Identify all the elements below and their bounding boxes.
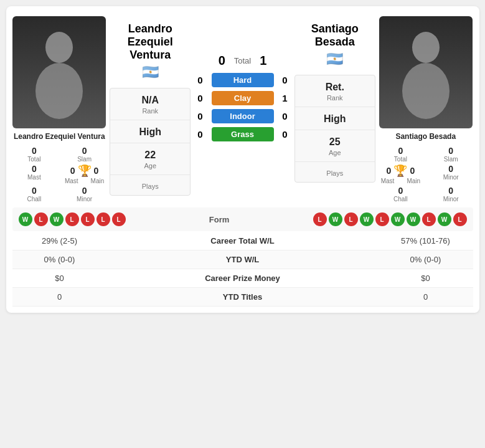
form-badge-w: W [391,212,405,226]
svg-point-0 [45,32,73,63]
left-mast-lbl2: Mast [65,178,78,184]
player-right-card: Santiago Besada 0 Total 0 Slam 0 🏆 0 [379,16,473,203]
right-minor-val2: 0 [448,186,453,196]
form-badge-l: L [453,212,467,226]
clay-score-row: 0 Clay 1 [194,91,291,105]
grass-score-row: 0 Grass 0 [194,127,291,141]
left-slam-lbl: Slam [77,156,92,163]
stat-right-val-2: $0 [388,274,463,283]
indoor-left: 0 [194,111,207,122]
left-mast-lbl: Mast [27,174,41,181]
right-total-val: 0 [398,146,403,156]
left-rank-row: N/A Rank [110,88,190,120]
player-right-name: Santiago Besada [395,132,456,141]
player-left-avatar [12,16,106,128]
right-minor-lbl: Minor [443,174,459,181]
right-chall-val: 0 [398,186,403,196]
left-slam-val: 0 [82,146,87,156]
form-badge-w: W [407,212,420,226]
total-score-row: 0 Total 1 [219,54,267,68]
left-age-lbl: Age [144,162,156,169]
right-plays-lbl: Plays [326,169,343,177]
left-player-header: Leandro Ezequiel Ventura [109,22,192,62]
right-mast-lbl: Mast [381,178,395,184]
hard-button[interactable]: Hard [212,73,274,87]
form-badge-w: W [360,212,374,226]
stat-right-val-3: 0 [388,292,463,302]
right-high-val: High [324,113,346,125]
indoor-button[interactable]: Indoor [212,109,274,123]
player-right-stats: 0 Total 0 Slam 0 🏆 0 Mast Main [379,146,473,203]
stat-right-val-1: 0% (0-0) [388,255,463,264]
indoor-right: 0 [279,111,291,122]
form-badge-l: L [112,212,126,226]
form-badge-l: L [65,212,79,226]
hard-score-row: 0 Hard 0 [194,73,291,87]
player-left-stats: 0 Total 0 Slam 0 Mast 0 🏆 0 [12,146,106,203]
form-badge-w: W [438,212,451,226]
total-label: Total [234,56,251,65]
left-chall-val: 0 [32,186,37,196]
clay-left: 0 [194,93,207,103]
right-age-row: 25 Age [295,130,375,162]
stat-row-2: $0Career Prize Money$0 [12,269,473,288]
stat-right-val-0: 57% (101-76) [388,236,463,245]
player-left-card: Leandro Ezequiel Ventura 0 Total 0 Slam … [12,16,106,203]
right-minor-val: 0 [448,164,453,174]
scores-center: 0 Total 1 0 Hard 0 0 Clay 1 0 Indoor 0 0 [194,54,291,141]
clay-right: 1 [279,93,291,103]
left-age-row: 22 Age [110,143,190,175]
left-rank-lbl: Rank [142,107,158,115]
form-badge-l: L [344,212,358,226]
right-main-lbl: Main [407,178,420,184]
indoor-score-row: 0 Indoor 0 [194,109,291,123]
left-plays-lbl: Plays [142,183,159,190]
stat-left-val-2: $0 [22,274,97,283]
right-flag: 🇦🇷 [326,51,343,67]
form-badge-l: L [34,212,48,226]
left-minor-val: 0 [82,186,87,196]
form-label: Form [209,215,230,224]
stat-left-val-3: 0 [22,292,97,302]
right-main-val: 0 [410,166,415,176]
clay-button[interactable]: Clay [212,91,274,105]
stat-row-1: 0% (0-0)YTD W/L0% (0-0) [12,250,473,269]
form-badge-l: L [375,212,389,226]
left-total-lbl: Total [27,156,40,163]
right-side-stats: Ret. Rank High 25 Age Plays [294,75,375,183]
stat-label-2: Career Prize Money [97,274,388,283]
form-badge-w: W [50,212,64,226]
left-age-val: 22 [144,150,156,161]
form-badge-l: L [97,212,110,226]
left-high-val: High [139,126,161,138]
form-badge-w: W [19,212,32,226]
stat-label-0: Career Total W/L [97,236,388,245]
left-high-row: High [110,120,190,143]
stats-rows: 29% (2-5)Career Total W/L57% (101-76)0% … [12,232,473,307]
stat-left-val-1: 0% (0-0) [22,255,97,264]
left-mast-val2: 0 [70,166,75,176]
right-age-val: 25 [329,136,341,148]
right-rank-row: Ret. Rank [295,75,375,107]
right-player-header: Santiago Besada [294,22,377,49]
left-mast-val: 0 [32,164,37,174]
right-total-lbl: Total [394,156,407,163]
right-form-badges: LWLWLWWLWL [313,212,467,226]
right-high-row: High [295,107,375,130]
left-main-lbl: Main [91,178,105,184]
left-flag: 🇦🇷 [142,64,159,80]
svg-point-3 [402,63,450,119]
form-badge-w: W [329,212,342,226]
right-slam-val: 0 [448,146,453,156]
right-trophy-icon: 🏆 [393,164,407,178]
total-left-score: 0 [219,54,225,68]
right-mast-val: 0 [387,166,392,176]
left-plays-row: Plays [110,175,190,195]
left-total-val: 0 [32,146,37,156]
grass-button[interactable]: Grass [212,127,274,141]
bottom-section: WLWLLLL Form LWLWLWWLWL 29% (2-5)Career … [12,207,473,307]
left-rank-val: N/A [141,95,159,106]
total-right-score: 1 [260,54,266,68]
stat-label-1: YTD W/L [97,255,388,264]
hard-left: 0 [194,75,207,85]
